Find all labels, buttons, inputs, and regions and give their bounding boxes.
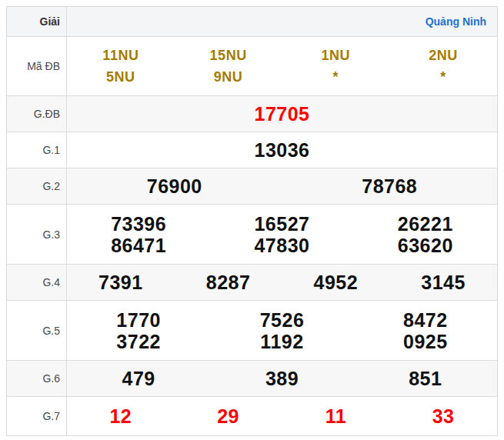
prize-number: 479 (122, 368, 155, 389)
special-code: 11NU (102, 45, 139, 66)
prize-values: 12291133 (67, 397, 497, 435)
prize-number: 29 (217, 405, 239, 427)
special-code: * (440, 66, 446, 88)
value-column: 76900 (67, 168, 282, 204)
prize-number: 1192 (260, 331, 303, 352)
value-column: 84720925 (354, 301, 497, 360)
value-column: 17705 (67, 96, 497, 132)
value-column: 389 (210, 361, 353, 396)
value-column: 12 (67, 397, 175, 435)
value-column: 33 (389, 397, 497, 435)
prize-number: 3722 (116, 331, 161, 352)
prize-number: 78768 (362, 175, 417, 197)
prize-values: 479389851 (67, 361, 497, 396)
special-code: * (333, 66, 339, 88)
prize-label: G.1 (7, 132, 67, 168)
prize-number: 86471 (111, 235, 166, 256)
value-column: 13036 (67, 132, 497, 168)
prize-row: G.ĐB17705 (7, 95, 497, 132)
prize-number: 47830 (254, 235, 309, 256)
special-code-row: Mã ĐB11NU5NU15NU9NU1NU*2NU* (7, 36, 497, 95)
value-column: 851 (354, 361, 497, 396)
prize-number: 7391 (98, 272, 143, 293)
value-column: 3145 (389, 265, 497, 300)
prize-row: G.6479389851 (7, 360, 497, 396)
prize-number: 76900 (147, 175, 202, 197)
value-column: 29 (175, 397, 282, 435)
prize-values: 7391828749523145 (67, 265, 497, 300)
prize-number: 16527 (254, 213, 309, 235)
value-column: 11NU5NU (67, 37, 175, 95)
value-column: 2NU* (389, 37, 497, 95)
prize-number: 33 (432, 405, 455, 427)
prize-number: 4952 (314, 272, 359, 293)
prize-number: 17705 (254, 103, 309, 125)
prize-number: 11 (325, 405, 346, 427)
prize-number: 8472 (403, 309, 448, 331)
prize-values: 13036 (67, 132, 497, 168)
table-header-row: Giải Quảng Ninh (7, 7, 497, 36)
region-link[interactable]: Quảng Ninh (426, 15, 486, 28)
special-code: 1NU (322, 45, 351, 66)
prize-number: 7526 (260, 309, 305, 331)
prize-number: 26221 (398, 213, 453, 235)
special-code: 9NU (214, 66, 243, 88)
value-column: 75261192 (210, 301, 353, 360)
prize-label: G.4 (7, 265, 67, 300)
header-content: Quảng Ninh (67, 7, 497, 36)
prize-number: 73396 (111, 213, 166, 235)
prize-row: G.27690078768 (7, 168, 497, 204)
prize-column-header: Giải (7, 7, 67, 36)
prize-label: G.7 (7, 397, 67, 435)
value-column: 4952 (282, 265, 390, 300)
value-column: 2622163620 (354, 205, 497, 264)
prize-number: 389 (265, 368, 299, 389)
value-column: 15NU9NU (175, 37, 282, 95)
value-column: 1652747830 (210, 205, 353, 264)
prize-values: 733968647116527478302622163620 (67, 205, 497, 264)
lottery-results-table: Giải Quảng Ninh Mã ĐB11NU5NU15NU9NU1NU*2… (6, 6, 498, 436)
special-code: 5NU (106, 66, 135, 88)
prize-label: G.3 (7, 205, 67, 264)
prize-values: 7690078768 (67, 168, 497, 204)
value-column: 1NU* (282, 37, 390, 95)
prize-label: G.6 (7, 361, 67, 396)
prize-number: 8287 (206, 272, 251, 293)
value-column: 78768 (282, 168, 498, 204)
prize-row: G.113036 (7, 132, 497, 168)
prize-row: G.3733968647116527478302622163620 (7, 204, 497, 264)
value-column: 8287 (175, 265, 282, 300)
prize-row: G.712291133 (7, 396, 497, 435)
prize-label: Mã ĐB (7, 37, 67, 95)
value-column: 479 (67, 361, 210, 396)
special-code: 15NU (210, 45, 247, 66)
prize-number: 3145 (421, 272, 466, 293)
prize-number: 851 (409, 368, 442, 389)
lottery-results-page: Giải Quảng Ninh Mã ĐB11NU5NU15NU9NU1NU*2… (0, 0, 504, 440)
prize-number: 12 (109, 405, 132, 427)
prize-label: G.2 (7, 168, 67, 204)
value-column: 17703722 (67, 301, 210, 360)
value-column: 7339686471 (67, 205, 210, 264)
prize-values: 177037227526119284720925 (67, 301, 497, 360)
prize-number: 13036 (254, 139, 309, 161)
prize-row: G.5177037227526119284720925 (7, 300, 497, 360)
value-column: 11 (282, 397, 390, 435)
prize-label: G.5 (7, 301, 67, 360)
prize-number: 0925 (403, 331, 448, 352)
prize-row: G.47391828749523145 (7, 264, 497, 300)
special-code: 2NU (429, 45, 458, 66)
prize-values: 11NU5NU15NU9NU1NU*2NU* (67, 37, 497, 95)
prize-number: 1770 (116, 309, 161, 331)
prize-label: G.ĐB (7, 96, 67, 132)
prize-number: 63620 (398, 235, 453, 256)
value-column: 7391 (67, 265, 175, 300)
prize-values: 17705 (67, 96, 497, 132)
